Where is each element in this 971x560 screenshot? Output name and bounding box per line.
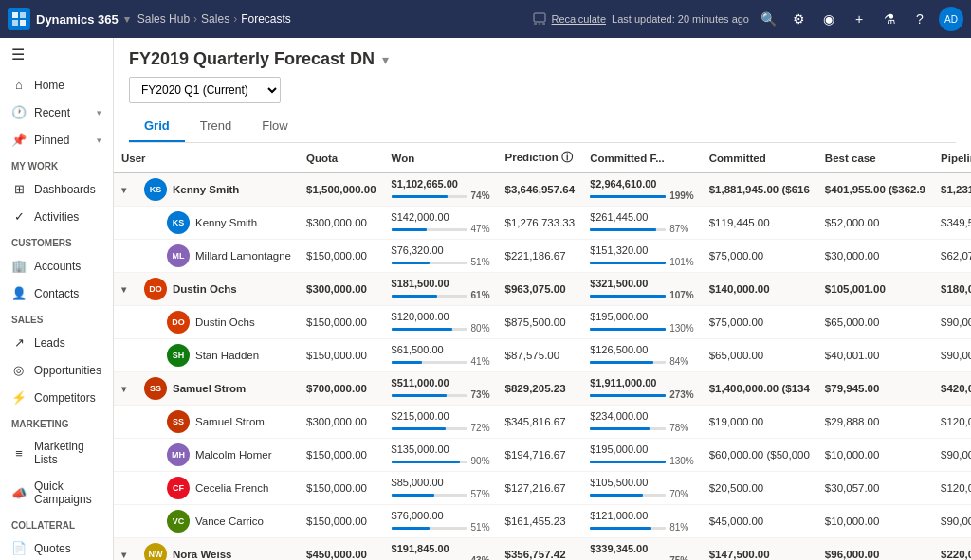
sidebar-item-quick-campaigns[interactable]: 📣 Quick Campaigns xyxy=(0,473,113,513)
sidebar-hamburger[interactable]: ☰ xyxy=(0,38,113,71)
expand-btn[interactable]: ▾ xyxy=(121,384,135,394)
nav-module: Sales Hub xyxy=(137,12,190,26)
add-icon[interactable]: + xyxy=(848,8,870,30)
period-selector[interactable]: FY2020 Q1 (Current) FY2020 Q2 FY2019 Q4 xyxy=(129,77,281,103)
won-bar-track xyxy=(392,295,467,298)
svg-rect-1 xyxy=(20,12,26,18)
settings-icon[interactable]: ⚙ xyxy=(787,8,810,30)
cell-committed: $140,000.00 xyxy=(702,273,817,306)
home-icon: ⌂ xyxy=(11,78,27,92)
sidebar-item-opportunities[interactable]: ◎ Opportunities xyxy=(0,356,113,384)
cell-committed-f: $261,445.00 87% xyxy=(582,207,702,240)
nav-breadcrumb: Sales Hub › Sales › Forecasts xyxy=(137,12,291,26)
sidebar-label-accounts: Accounts xyxy=(34,260,101,273)
sidebar-item-dashboards[interactable]: ⊞ Dashboards xyxy=(0,175,113,203)
won-bar-track xyxy=(392,494,467,497)
cell-pipeline: $90,000.00 xyxy=(933,339,971,372)
table-row: ▾SSSamuel Strom$700,000.00 $511,000.00 7… xyxy=(114,372,971,406)
cell-quota: $150,000.00 xyxy=(299,439,384,472)
user-name: Malcolm Homer xyxy=(195,449,272,461)
location-icon[interactable]: ◉ xyxy=(817,8,840,30)
won-bar-fill xyxy=(392,394,447,397)
won-pct: 73% xyxy=(471,389,490,400)
cell-best-case: $79,945.00 xyxy=(817,372,933,406)
filter-icon[interactable]: ⚗ xyxy=(878,8,901,30)
cf-bar-fill xyxy=(590,527,651,530)
user-name: Samuel Strom xyxy=(173,383,246,394)
sidebar-item-competitors[interactable]: ⚡ Competitors xyxy=(0,384,113,411)
won-bar-track xyxy=(392,228,467,231)
search-icon[interactable]: 🔍 xyxy=(757,8,779,30)
table-row: SSSamuel Strom$300,000.00 $215,000.00 72… xyxy=(114,406,971,439)
sidebar-item-contacts[interactable]: 👤 Contacts xyxy=(0,280,113,307)
cell-won: $135,000.00 90% xyxy=(384,439,498,472)
sidebar-item-quotes[interactable]: 📄 Quotes xyxy=(0,534,113,560)
cell-committed: $1,400,000.00 ($134 xyxy=(702,372,817,406)
recalculate-btn[interactable]: Recalculate xyxy=(552,13,606,25)
cf-bar-fill xyxy=(590,461,666,463)
expand-btn[interactable]: ▾ xyxy=(121,185,135,195)
cf-bar-track xyxy=(590,195,666,198)
app-logo[interactable]: Dynamics 365 ▾ xyxy=(8,8,130,30)
sidebar-item-pinned[interactable]: 📌 Pinned ▾ xyxy=(0,126,113,154)
cell-prediction: $829,205.23 xyxy=(498,372,583,406)
svg-rect-0 xyxy=(12,12,18,18)
tab-trend[interactable]: Trend xyxy=(185,111,247,142)
page-title-row: FY2019 Quarterly Forecast DN ▾ xyxy=(129,49,956,69)
cf-bar-fill xyxy=(590,494,643,497)
user-name: Kenny Smith xyxy=(173,184,239,195)
sidebar-item-activities[interactable]: ✓ Activities xyxy=(0,203,113,230)
won-bar-fill xyxy=(392,361,423,364)
won-value: $1,102,665.00 xyxy=(392,178,490,190)
sidebar-label-contacts: Contacts xyxy=(34,287,101,300)
won-pct: 51% xyxy=(471,257,490,267)
contacts-icon: 👤 xyxy=(11,286,27,300)
user-icon[interactable]: AD xyxy=(939,7,963,31)
svg-rect-4 xyxy=(534,13,545,22)
cell-committed: $75,000.00 xyxy=(702,240,817,273)
user-name: Vance Carrico xyxy=(195,515,264,527)
leads-icon: ↗ xyxy=(11,335,27,350)
cell-prediction: $221,186.67 xyxy=(498,240,583,273)
table-row: CFCecelia French$150,000.00 $85,000.00 5… xyxy=(114,472,971,505)
cell-prediction: $3,646,957.64 xyxy=(498,173,583,207)
won-value: $142,000.00 xyxy=(392,211,490,223)
cell-prediction: $356,757.42 xyxy=(498,538,583,561)
avatar: SS xyxy=(167,410,190,433)
sidebar-item-marketing-lists[interactable]: ≡ Marketing Lists xyxy=(0,433,113,473)
won-pct: 41% xyxy=(471,356,490,367)
tab-flow[interactable]: Flow xyxy=(247,111,302,142)
won-value: $215,000.00 xyxy=(392,410,490,422)
avatar: KS xyxy=(144,178,167,201)
table-row: MLMillard Lamontagne$150,000.00 $76,320.… xyxy=(114,240,971,273)
cell-prediction: $1,276,733.33 xyxy=(498,207,583,240)
cell-best-case: $401,955.00 ($362.9 xyxy=(817,173,933,207)
cell-user: SHStan Hadden xyxy=(114,339,299,372)
won-value: $76,000.00 xyxy=(392,510,490,521)
committed-f-value: $105,500.00 xyxy=(590,477,694,488)
app-dropdown-icon[interactable]: ▾ xyxy=(124,13,130,26)
cell-prediction: $963,075.00 xyxy=(498,273,583,306)
cell-pipeline: $180,000.00 xyxy=(933,273,971,306)
expand-btn[interactable]: ▾ xyxy=(121,550,135,560)
sidebar-item-leads[interactable]: ↗ Leads xyxy=(0,329,113,356)
cell-committed-f: $105,500.00 70% xyxy=(582,472,702,505)
won-bar-fill xyxy=(392,195,448,198)
sidebar-item-recent[interactable]: 🕐 Recent ▾ xyxy=(0,99,113,126)
cell-won: $1,102,665.00 74% xyxy=(384,173,498,207)
tab-grid[interactable]: Grid xyxy=(129,111,185,142)
cf-bar-fill xyxy=(590,328,666,331)
sidebar-item-accounts[interactable]: 🏢 Accounts xyxy=(0,252,113,280)
nav-page: Forecasts xyxy=(241,12,291,26)
nav-section: Sales xyxy=(201,12,229,26)
won-bar-track xyxy=(392,361,467,364)
won-value: $191,845.00 xyxy=(392,543,490,554)
sidebar-item-home[interactable]: ⌂ Home xyxy=(0,71,113,99)
help-icon[interactable]: ? xyxy=(908,8,931,30)
committed-f-value: $234,000.00 xyxy=(590,410,694,422)
cf-pct: 199% xyxy=(669,190,694,201)
won-pct: 57% xyxy=(471,489,490,499)
expand-btn[interactable]: ▾ xyxy=(121,284,135,295)
committed-f-value: $321,500.00 xyxy=(590,278,694,289)
page-title-dropdown-icon[interactable]: ▾ xyxy=(382,52,389,67)
